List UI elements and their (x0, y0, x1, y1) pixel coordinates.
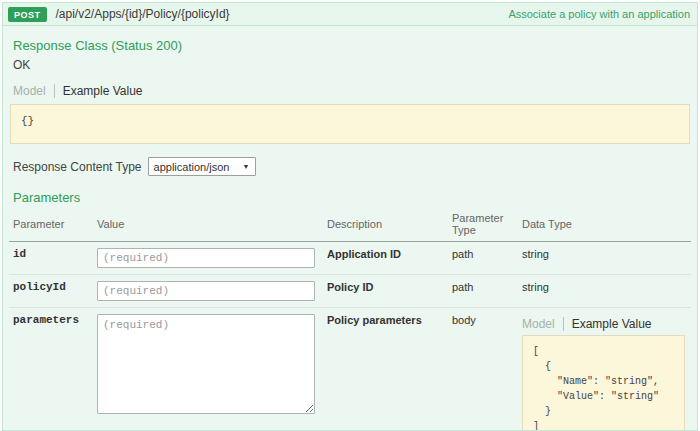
param-type: path (448, 242, 518, 275)
operation-content: Response Class (Status 200) OK Model Exa… (2, 26, 698, 431)
param-description: Policy ID (323, 275, 448, 308)
response-content-type-value: application/json (154, 161, 230, 173)
param-type: path (448, 275, 518, 308)
operation-summary-link[interactable]: Associate a policy with an application (508, 8, 690, 20)
tab-example-value[interactable]: Example Value (54, 84, 151, 98)
endpoint-path[interactable]: /api/v2/Apps/{id}/Policy/{policyId} (56, 7, 509, 21)
response-class-tabs: Model Example Value (9, 72, 691, 104)
response-content-type-row: Response Content Type application/json ▼ (9, 144, 691, 178)
param-data-type: string (518, 242, 691, 275)
response-example-snippet: {} (10, 104, 690, 144)
tab-model[interactable]: Model (13, 84, 54, 98)
table-row-id: id Application ID path string (9, 242, 691, 275)
parameters-table: Parameter Value Description Parameter Ty… (9, 207, 691, 431)
table-row-parameters: parameters Parameter content type: appli… (9, 308, 691, 431)
response-class-description: OK (9, 53, 691, 72)
param-name: policyId (9, 275, 93, 308)
table-header-row: Parameter Value Description Parameter Ty… (9, 207, 691, 242)
parameters-title: Parameters (9, 178, 691, 205)
param-data-type: string (518, 275, 691, 308)
id-value-input[interactable] (97, 248, 315, 268)
column-header-value: Value (93, 207, 323, 242)
column-header-description: Description (323, 207, 448, 242)
swagger-operation-panel: POST /api/v2/Apps/{id}/Policy/{policyId}… (2, 2, 698, 431)
operation-heading-bar[interactable]: POST /api/v2/Apps/{id}/Policy/{policyId}… (2, 2, 698, 26)
parameters-value-textarea[interactable] (97, 314, 315, 414)
param-description: Policy parameters (323, 308, 448, 431)
response-content-type-label: Response Content Type (13, 160, 142, 174)
chevron-down-icon: ▼ (243, 163, 250, 170)
param-type: body (448, 308, 518, 431)
body-param-example-snippet: [ { "Name": "string", "Value": "string" … (522, 335, 685, 431)
response-class-title: Response Class (Status 200) (9, 26, 691, 53)
tab-example-value[interactable]: Example Value (563, 317, 660, 331)
param-description: Application ID (323, 242, 448, 275)
column-header-data-type: Data Type (518, 207, 691, 242)
table-row-policyId: policyId Policy ID path string (9, 275, 691, 308)
http-method-badge[interactable]: POST (8, 7, 47, 22)
param-name: id (9, 242, 93, 275)
response-content-type-select[interactable]: application/json ▼ (148, 157, 256, 176)
tab-model[interactable]: Model (522, 317, 563, 331)
column-header-parameter-type: Parameter Type (448, 207, 518, 242)
column-header-parameter: Parameter (9, 207, 93, 242)
body-param-tabs: Model Example Value (522, 314, 687, 335)
param-name: parameters (9, 308, 93, 431)
policyId-value-input[interactable] (97, 281, 315, 301)
